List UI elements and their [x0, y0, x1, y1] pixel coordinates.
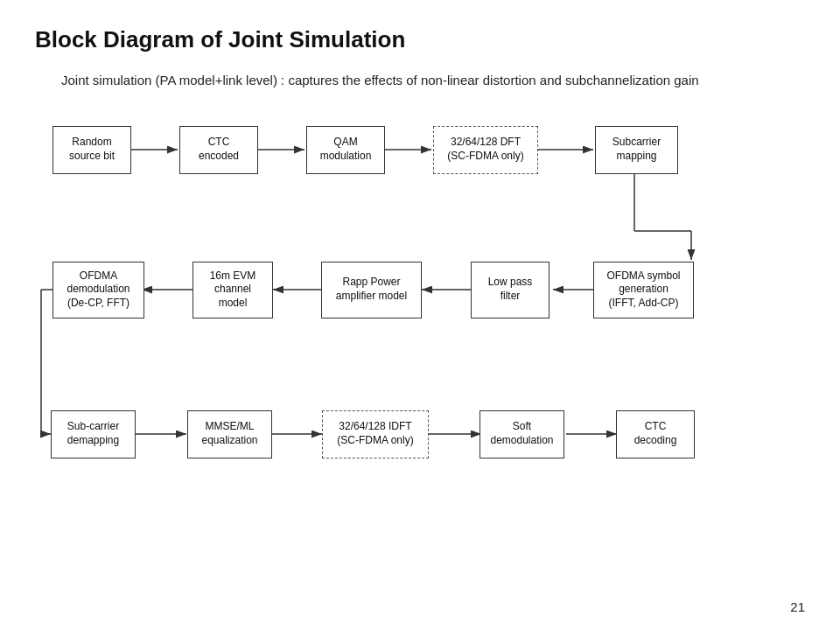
block-soft-demodulation: Softdemodulation — [480, 410, 564, 458]
block-qam-modulation: QAMmodulation — [306, 126, 385, 174]
block-ofdma-symbol-gen: OFDMA symbolgeneration(IFFT, Add-CP) — [593, 262, 694, 318]
block-subcarrier-mapping: Subcarriermapping — [595, 126, 678, 174]
page-title: Block Diagram of Joint Simulation — [0, 0, 840, 62]
diagram-area: Randomsource bit CTCencoded QAMmodulatio… — [26, 108, 814, 537]
block-ctc-decoding: CTCdecoding — [616, 410, 695, 458]
block-subcarrier-demapping: Sub-carrierdemapping — [51, 410, 136, 458]
block-dft: 32/64/128 DFT(SC-FDMA only) — [433, 126, 538, 174]
block-low-pass-filter: Low passfilter — [471, 262, 550, 318]
arrows-svg — [26, 108, 814, 537]
block-idft: 32/64/128 IDFT(SC-FDMA only) — [322, 410, 429, 458]
block-random-source-bit: Randomsource bit — [52, 126, 131, 174]
subtitle: Joint simulation (PA model+link level) :… — [0, 62, 840, 108]
block-ctc-encoded: CTCencoded — [179, 126, 258, 174]
block-mmse-equalization: MMSE/MLequalization — [187, 410, 272, 458]
block-ofdma-demodulation: OFDMAdemodulation(De-CP, FFT) — [52, 262, 144, 318]
page-number: 21 — [790, 599, 805, 614]
block-channel-model: 16m EVMchannelmodel — [192, 262, 273, 318]
block-rapp-power: Rapp Poweramplifier model — [321, 262, 422, 318]
